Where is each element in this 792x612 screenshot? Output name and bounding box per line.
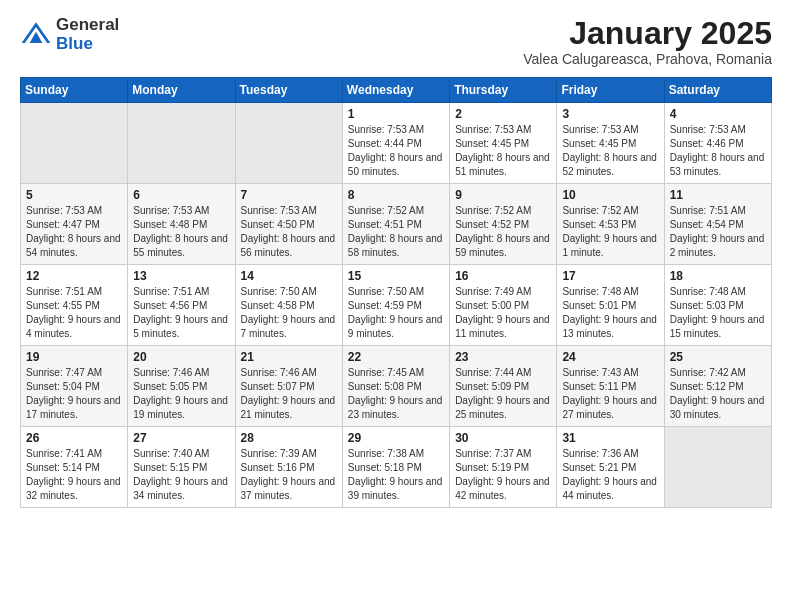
cell-info: Sunrise: 7:39 AMSunset: 5:16 PMDaylight:… bbox=[241, 448, 336, 501]
calendar-cell: 4 Sunrise: 7:53 AMSunset: 4:46 PMDayligh… bbox=[664, 103, 771, 184]
cell-info: Sunrise: 7:46 AMSunset: 5:07 PMDaylight:… bbox=[241, 367, 336, 420]
cell-info: Sunrise: 7:53 AMSunset: 4:50 PMDaylight:… bbox=[241, 205, 336, 258]
calendar-cell: 10 Sunrise: 7:52 AMSunset: 4:53 PMDaylig… bbox=[557, 184, 664, 265]
calendar-cell: 26 Sunrise: 7:41 AMSunset: 5:14 PMDaylig… bbox=[21, 427, 128, 508]
calendar-cell bbox=[664, 427, 771, 508]
cell-info: Sunrise: 7:51 AMSunset: 4:56 PMDaylight:… bbox=[133, 286, 228, 339]
calendar-cell: 21 Sunrise: 7:46 AMSunset: 5:07 PMDaylig… bbox=[235, 346, 342, 427]
calendar-subtitle: Valea Calugareasca, Prahova, Romania bbox=[523, 51, 772, 67]
cell-info: Sunrise: 7:52 AMSunset: 4:51 PMDaylight:… bbox=[348, 205, 443, 258]
calendar-cell bbox=[21, 103, 128, 184]
day-number: 25 bbox=[670, 350, 766, 364]
calendar-cell: 5 Sunrise: 7:53 AMSunset: 4:47 PMDayligh… bbox=[21, 184, 128, 265]
day-number: 20 bbox=[133, 350, 229, 364]
calendar-cell: 8 Sunrise: 7:52 AMSunset: 4:51 PMDayligh… bbox=[342, 184, 449, 265]
cell-info: Sunrise: 7:53 AMSunset: 4:45 PMDaylight:… bbox=[455, 124, 550, 177]
day-number: 12 bbox=[26, 269, 122, 283]
day-number: 30 bbox=[455, 431, 551, 445]
cell-info: Sunrise: 7:50 AMSunset: 4:59 PMDaylight:… bbox=[348, 286, 443, 339]
cell-info: Sunrise: 7:44 AMSunset: 5:09 PMDaylight:… bbox=[455, 367, 550, 420]
day-number: 6 bbox=[133, 188, 229, 202]
day-number: 10 bbox=[562, 188, 658, 202]
calendar-cell: 9 Sunrise: 7:52 AMSunset: 4:52 PMDayligh… bbox=[450, 184, 557, 265]
day-number: 27 bbox=[133, 431, 229, 445]
cell-info: Sunrise: 7:43 AMSunset: 5:11 PMDaylight:… bbox=[562, 367, 657, 420]
day-number: 28 bbox=[241, 431, 337, 445]
logo-icon bbox=[20, 19, 52, 51]
cell-info: Sunrise: 7:53 AMSunset: 4:48 PMDaylight:… bbox=[133, 205, 228, 258]
day-number: 15 bbox=[348, 269, 444, 283]
calendar-week-row: 26 Sunrise: 7:41 AMSunset: 5:14 PMDaylig… bbox=[21, 427, 772, 508]
cell-info: Sunrise: 7:53 AMSunset: 4:45 PMDaylight:… bbox=[562, 124, 657, 177]
day-number: 21 bbox=[241, 350, 337, 364]
calendar-table: SundayMondayTuesdayWednesdayThursdayFrid… bbox=[20, 77, 772, 508]
calendar-cell bbox=[128, 103, 235, 184]
cell-info: Sunrise: 7:48 AMSunset: 5:01 PMDaylight:… bbox=[562, 286, 657, 339]
cell-info: Sunrise: 7:52 AMSunset: 4:52 PMDaylight:… bbox=[455, 205, 550, 258]
calendar-cell: 27 Sunrise: 7:40 AMSunset: 5:15 PMDaylig… bbox=[128, 427, 235, 508]
weekday-header-sunday: Sunday bbox=[21, 78, 128, 103]
calendar-cell: 28 Sunrise: 7:39 AMSunset: 5:16 PMDaylig… bbox=[235, 427, 342, 508]
calendar-cell: 11 Sunrise: 7:51 AMSunset: 4:54 PMDaylig… bbox=[664, 184, 771, 265]
cell-info: Sunrise: 7:36 AMSunset: 5:21 PMDaylight:… bbox=[562, 448, 657, 501]
weekday-header-friday: Friday bbox=[557, 78, 664, 103]
day-number: 24 bbox=[562, 350, 658, 364]
day-number: 8 bbox=[348, 188, 444, 202]
weekday-header-saturday: Saturday bbox=[664, 78, 771, 103]
cell-info: Sunrise: 7:51 AMSunset: 4:55 PMDaylight:… bbox=[26, 286, 121, 339]
calendar-cell: 18 Sunrise: 7:48 AMSunset: 5:03 PMDaylig… bbox=[664, 265, 771, 346]
weekday-header-tuesday: Tuesday bbox=[235, 78, 342, 103]
calendar-cell: 15 Sunrise: 7:50 AMSunset: 4:59 PMDaylig… bbox=[342, 265, 449, 346]
calendar-cell: 17 Sunrise: 7:48 AMSunset: 5:01 PMDaylig… bbox=[557, 265, 664, 346]
cell-info: Sunrise: 7:53 AMSunset: 4:46 PMDaylight:… bbox=[670, 124, 765, 177]
calendar-cell: 6 Sunrise: 7:53 AMSunset: 4:48 PMDayligh… bbox=[128, 184, 235, 265]
day-number: 16 bbox=[455, 269, 551, 283]
calendar-cell: 2 Sunrise: 7:53 AMSunset: 4:45 PMDayligh… bbox=[450, 103, 557, 184]
calendar-cell: 22 Sunrise: 7:45 AMSunset: 5:08 PMDaylig… bbox=[342, 346, 449, 427]
weekday-header-row: SundayMondayTuesdayWednesdayThursdayFrid… bbox=[21, 78, 772, 103]
cell-info: Sunrise: 7:47 AMSunset: 5:04 PMDaylight:… bbox=[26, 367, 121, 420]
cell-info: Sunrise: 7:49 AMSunset: 5:00 PMDaylight:… bbox=[455, 286, 550, 339]
logo: General Blue bbox=[20, 16, 119, 53]
cell-info: Sunrise: 7:40 AMSunset: 5:15 PMDaylight:… bbox=[133, 448, 228, 501]
calendar-cell: 24 Sunrise: 7:43 AMSunset: 5:11 PMDaylig… bbox=[557, 346, 664, 427]
logo-text: General Blue bbox=[56, 16, 119, 53]
day-number: 7 bbox=[241, 188, 337, 202]
calendar-cell: 12 Sunrise: 7:51 AMSunset: 4:55 PMDaylig… bbox=[21, 265, 128, 346]
calendar-cell: 16 Sunrise: 7:49 AMSunset: 5:00 PMDaylig… bbox=[450, 265, 557, 346]
day-number: 31 bbox=[562, 431, 658, 445]
day-number: 26 bbox=[26, 431, 122, 445]
logo-blue-text: Blue bbox=[56, 35, 119, 54]
day-number: 17 bbox=[562, 269, 658, 283]
cell-info: Sunrise: 7:38 AMSunset: 5:18 PMDaylight:… bbox=[348, 448, 443, 501]
cell-info: Sunrise: 7:45 AMSunset: 5:08 PMDaylight:… bbox=[348, 367, 443, 420]
title-block: January 2025 Valea Calugareasca, Prahova… bbox=[523, 16, 772, 67]
calendar-title: January 2025 bbox=[523, 16, 772, 51]
day-number: 18 bbox=[670, 269, 766, 283]
calendar-cell: 25 Sunrise: 7:42 AMSunset: 5:12 PMDaylig… bbox=[664, 346, 771, 427]
calendar-cell: 7 Sunrise: 7:53 AMSunset: 4:50 PMDayligh… bbox=[235, 184, 342, 265]
day-number: 13 bbox=[133, 269, 229, 283]
calendar-week-row: 19 Sunrise: 7:47 AMSunset: 5:04 PMDaylig… bbox=[21, 346, 772, 427]
day-number: 19 bbox=[26, 350, 122, 364]
calendar-week-row: 5 Sunrise: 7:53 AMSunset: 4:47 PMDayligh… bbox=[21, 184, 772, 265]
cell-info: Sunrise: 7:53 AMSunset: 4:44 PMDaylight:… bbox=[348, 124, 443, 177]
calendar-cell: 13 Sunrise: 7:51 AMSunset: 4:56 PMDaylig… bbox=[128, 265, 235, 346]
calendar-cell: 23 Sunrise: 7:44 AMSunset: 5:09 PMDaylig… bbox=[450, 346, 557, 427]
calendar-week-row: 12 Sunrise: 7:51 AMSunset: 4:55 PMDaylig… bbox=[21, 265, 772, 346]
day-number: 1 bbox=[348, 107, 444, 121]
calendar-cell bbox=[235, 103, 342, 184]
cell-info: Sunrise: 7:52 AMSunset: 4:53 PMDaylight:… bbox=[562, 205, 657, 258]
day-number: 2 bbox=[455, 107, 551, 121]
day-number: 11 bbox=[670, 188, 766, 202]
calendar-week-row: 1 Sunrise: 7:53 AMSunset: 4:44 PMDayligh… bbox=[21, 103, 772, 184]
calendar-cell: 31 Sunrise: 7:36 AMSunset: 5:21 PMDaylig… bbox=[557, 427, 664, 508]
cell-info: Sunrise: 7:48 AMSunset: 5:03 PMDaylight:… bbox=[670, 286, 765, 339]
calendar-cell: 29 Sunrise: 7:38 AMSunset: 5:18 PMDaylig… bbox=[342, 427, 449, 508]
calendar-cell: 3 Sunrise: 7:53 AMSunset: 4:45 PMDayligh… bbox=[557, 103, 664, 184]
calendar-cell: 30 Sunrise: 7:37 AMSunset: 5:19 PMDaylig… bbox=[450, 427, 557, 508]
cell-info: Sunrise: 7:51 AMSunset: 4:54 PMDaylight:… bbox=[670, 205, 765, 258]
weekday-header-thursday: Thursday bbox=[450, 78, 557, 103]
day-number: 22 bbox=[348, 350, 444, 364]
page-header: General Blue January 2025 Valea Calugare… bbox=[20, 16, 772, 67]
